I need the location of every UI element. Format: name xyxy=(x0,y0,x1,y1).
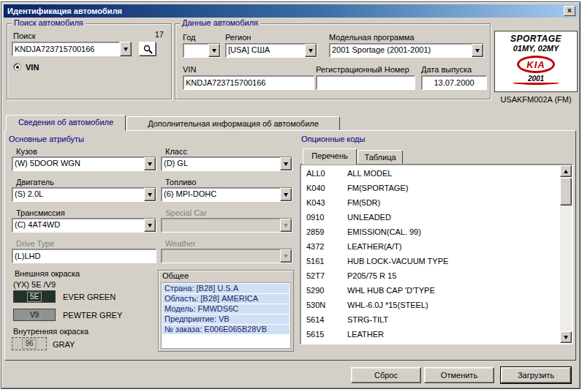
tab-additional-info-label: Дополнительная информация об автомобиле xyxy=(148,117,319,128)
search-input[interactable] xyxy=(12,42,120,56)
option-row[interactable]: 5614STRG-TILT xyxy=(302,312,559,327)
exterior-color-name: PEWTER GREY xyxy=(63,311,122,320)
option-rows: ALL0ALL MODEL K040FM(SPORTAGE) K043FM(5D… xyxy=(302,166,559,343)
option-row[interactable]: 5161HUB LOCK-VACUUM TYPE xyxy=(302,254,559,268)
general-info-title: Общее xyxy=(162,271,189,280)
option-row[interactable]: 530NWHL-6.0J *15(STEEL) xyxy=(302,298,559,312)
interior-color-swatch: 96 xyxy=(12,337,47,350)
load-button[interactable]: Загрузить xyxy=(501,367,571,383)
option-codes-label: Опционные коды xyxy=(301,135,365,143)
exterior-color-swatch: V9 xyxy=(13,309,56,321)
transmission-combobox[interactable]: (C) 4AT4WD xyxy=(12,218,156,233)
close-button[interactable]: × xyxy=(564,6,575,16)
chevron-down-icon xyxy=(124,48,128,51)
general-info-box: Общее Страна: [B28] U.S.A Область: [B28]… xyxy=(158,270,294,352)
engine-combobox[interactable]: (S) 2.0L xyxy=(12,187,156,202)
chevron-down-icon xyxy=(280,249,292,263)
titlebar[interactable]: Идентификация автомобиля × xyxy=(4,4,578,18)
body-combobox[interactable]: (W) 5DOOR WGN xyxy=(12,157,156,171)
option-codes-list[interactable]: ALL0ALL MODEL K040FM(SPORTAGE) K043FM(5D… xyxy=(300,164,573,344)
tab-option-list-label: Перечень xyxy=(311,149,348,160)
interior-color-code: 96 xyxy=(22,339,36,349)
chevron-down-icon[interactable] xyxy=(280,188,292,201)
chevron-down-icon[interactable] xyxy=(305,44,317,57)
chevron-down-icon[interactable] xyxy=(144,188,156,201)
search-icon xyxy=(143,45,153,54)
general-info-item: № заказа: E006E065B28VB xyxy=(162,325,290,334)
option-row[interactable]: 4372LEATHER(A/T) xyxy=(302,239,559,254)
cancel-button[interactable]: Отменить xyxy=(424,367,494,383)
release-date-input[interactable] xyxy=(421,75,487,90)
option-row[interactable]: 5290WHL HUB CAP 'D'TYPE xyxy=(302,283,559,298)
chevron-down-icon[interactable] xyxy=(280,157,292,170)
exterior-color-name: EVER GREEN xyxy=(63,293,116,301)
drive-type-label: Drive Type xyxy=(16,239,54,248)
chevron-down-icon[interactable] xyxy=(144,157,156,170)
model-image-panel: SPORTAGE 01MY, 02MY KIA 2001 xyxy=(494,31,578,92)
chevron-down-icon[interactable] xyxy=(208,44,220,57)
weather-value xyxy=(162,249,280,263)
special-car-value xyxy=(162,219,280,232)
option-row[interactable]: 2859EMISSION(CAL. 99) xyxy=(302,225,559,239)
chevron-down-icon[interactable] xyxy=(472,44,483,57)
special-car-label: Special Car xyxy=(165,208,207,217)
reset-button[interactable]: Сброс xyxy=(351,367,421,383)
search-count: 17 xyxy=(155,30,164,39)
reg-number-input[interactable] xyxy=(316,75,415,90)
vehicle-data-group-title: Данные автомобиля xyxy=(180,18,260,27)
tab-option-list[interactable]: Перечень xyxy=(303,148,357,165)
engine-label: Двигатель xyxy=(16,178,54,186)
release-date-label: Дата выпуска xyxy=(421,65,472,74)
drive-type-input[interactable] xyxy=(12,249,156,263)
special-car-combobox xyxy=(161,218,292,233)
search-group: Поиск автомобиля Поиск 17 VIN xyxy=(7,23,172,99)
general-info-item: Модель: FMWDS6C xyxy=(162,304,290,314)
vin-input[interactable] xyxy=(183,75,314,90)
tab-option-table[interactable]: Таблица xyxy=(358,150,403,164)
chevron-down-icon xyxy=(564,336,568,339)
search-button[interactable] xyxy=(139,42,156,56)
search-history-dropdown-button[interactable] xyxy=(120,42,132,56)
fuel-combobox[interactable]: (6) MPI-DOHC xyxy=(161,187,292,202)
tab-additional-info[interactable]: Дополнительная информация об автомобиле xyxy=(126,116,340,130)
vertical-scrollbar[interactable] xyxy=(560,165,572,343)
class-combobox[interactable]: (D) GL xyxy=(161,157,292,171)
badge-year: 2001 xyxy=(495,75,577,83)
interior-paint-label: Внутренняя окраска xyxy=(13,327,88,336)
scroll-down-button[interactable] xyxy=(560,331,572,343)
model-program-label: Модельная программа xyxy=(329,33,414,42)
transmission-value: (C) 4AT4WD xyxy=(12,219,144,232)
close-icon: × xyxy=(567,7,572,15)
chevron-up-icon xyxy=(564,170,568,173)
option-row[interactable]: 5615LEATHER xyxy=(302,327,559,342)
option-row[interactable]: 52T7P205/75 R 15 xyxy=(302,268,559,283)
kia-logo-text: KIA xyxy=(526,59,545,70)
search-group-title: Поиск автомобиля xyxy=(12,18,86,27)
year-label: Год xyxy=(183,33,196,42)
class-label: Класс xyxy=(165,147,187,156)
fuel-label: Топливо xyxy=(165,178,196,186)
option-row[interactable]: K040FM(SPORTAGE) xyxy=(302,181,559,195)
region-combobox[interactable]: [USA] США xyxy=(225,43,317,58)
model-years: 01MY, 02MY xyxy=(495,44,577,53)
option-row[interactable]: ALL0ALL MODEL xyxy=(302,166,559,181)
tab-vehicle-info-label: Сведения об автомобиле xyxy=(18,116,113,127)
tab-vehicle-info[interactable]: Сведения об автомобиле xyxy=(6,115,126,131)
scroll-up-button[interactable] xyxy=(560,165,572,177)
general-info-item: Страна: [B28] U.S.A xyxy=(162,284,290,293)
model-program-combobox[interactable]: 2001 Sportage (2001-2001) xyxy=(329,43,484,58)
exterior-paint-label: Внешняя окраска xyxy=(15,269,80,278)
vin-radio[interactable] xyxy=(13,63,21,71)
option-row[interactable]: 5621AIRBAG(D/S) xyxy=(302,342,559,343)
chevron-down-icon[interactable] xyxy=(144,219,156,232)
option-row[interactable]: 0910UNLEADED xyxy=(302,210,559,225)
fuel-value: (6) MPI-DOHC xyxy=(162,188,280,201)
general-info-item: Предприятие: VB xyxy=(162,314,290,324)
vin-radio-label: VIN xyxy=(26,63,39,72)
weather-label: Weather xyxy=(165,239,195,248)
option-row[interactable]: K043FM(5DR) xyxy=(302,195,559,210)
exterior-color-code: 5E xyxy=(27,292,42,302)
region-value: [USA] США xyxy=(226,44,305,57)
scrollbar-thumb[interactable] xyxy=(560,178,572,206)
year-combobox[interactable] xyxy=(183,43,221,58)
